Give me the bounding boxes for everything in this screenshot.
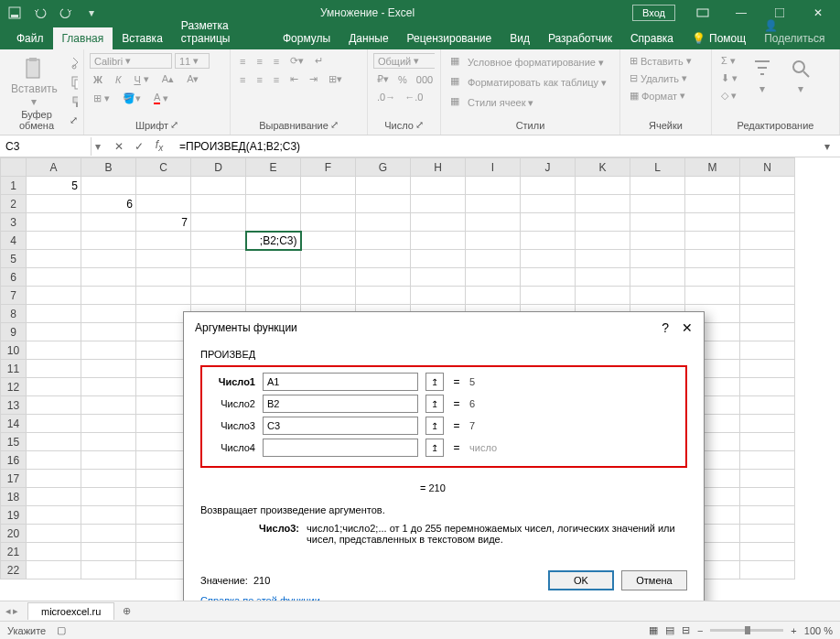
- autosum-icon[interactable]: Σ ▾: [717, 53, 741, 69]
- cell-M4[interactable]: [685, 232, 740, 250]
- row-header-22[interactable]: 22: [1, 561, 27, 579]
- cell-B9[interactable]: [81, 323, 136, 341]
- tab-data[interactable]: Данные: [339, 27, 397, 49]
- cell-M2[interactable]: [685, 195, 740, 213]
- cell-N15[interactable]: [740, 433, 795, 451]
- cell-H7[interactable]: [411, 287, 466, 305]
- cell-B15[interactable]: [81, 433, 136, 451]
- row-header-14[interactable]: 14: [1, 415, 27, 433]
- cell-B19[interactable]: [81, 506, 136, 525]
- cell-G6[interactable]: [356, 268, 411, 287]
- cell-A10[interactable]: [27, 341, 81, 360]
- cell-N21[interactable]: [740, 543, 795, 561]
- row-header-9[interactable]: 9: [1, 323, 27, 341]
- cell-N12[interactable]: [740, 378, 795, 396]
- increase-font-icon[interactable]: A▴: [158, 71, 178, 87]
- cell-A2[interactable]: [27, 195, 81, 213]
- conditional-formatting-button[interactable]: ▦Условное форматирование ▾: [447, 53, 614, 71]
- cell-J3[interactable]: [521, 213, 576, 232]
- cell-D6[interactable]: [191, 268, 246, 287]
- cancel-formula-icon[interactable]: ✕: [110, 137, 128, 156]
- font-name-combo[interactable]: Calibri ▾: [90, 53, 172, 69]
- cell-G1[interactable]: [356, 177, 411, 195]
- col-header-N[interactable]: N: [740, 158, 795, 177]
- sheet-nav-prev-icon[interactable]: ◂: [5, 605, 11, 617]
- increase-decimal-icon[interactable]: .0→: [373, 90, 399, 104]
- cell-E2[interactable]: [246, 195, 301, 213]
- zoom-slider[interactable]: [710, 629, 783, 632]
- arg-input-3[interactable]: [263, 417, 418, 435]
- cell-A14[interactable]: [27, 415, 81, 433]
- cell-I2[interactable]: [466, 195, 521, 213]
- col-header-M[interactable]: M: [685, 158, 740, 177]
- cell-G4[interactable]: [356, 232, 411, 250]
- cell-styles-button[interactable]: ▦Стили ячеек ▾: [447, 93, 614, 112]
- dialog-launcher-icon[interactable]: ⤢: [170, 119, 178, 131]
- cell-N1[interactable]: [740, 177, 795, 195]
- dialog-launcher-icon[interactable]: ⤢: [70, 114, 78, 126]
- cell-N22[interactable]: [740, 561, 795, 579]
- cell-H3[interactable]: [411, 213, 466, 232]
- cell-H2[interactable]: [411, 195, 466, 213]
- cell-N3[interactable]: [740, 213, 795, 232]
- cell-A12[interactable]: [27, 378, 81, 396]
- col-header-B[interactable]: B: [81, 158, 136, 177]
- cell-C7[interactable]: [136, 287, 191, 305]
- redo-icon[interactable]: [55, 3, 77, 23]
- tab-formulas[interactable]: Формулы: [274, 27, 339, 49]
- collapse-dialog-icon[interactable]: ↥: [425, 395, 444, 413]
- align-top-icon[interactable]: ≡: [236, 53, 249, 69]
- cell-B10[interactable]: [81, 341, 136, 360]
- expand-formula-bar-icon[interactable]: ▾: [818, 137, 836, 156]
- cell-N19[interactable]: [740, 506, 795, 525]
- cut-icon[interactable]: [67, 53, 78, 71]
- cell-A4[interactable]: [27, 232, 81, 250]
- row-header-3[interactable]: 3: [1, 213, 27, 232]
- row-header-8[interactable]: 8: [1, 305, 27, 323]
- row-header-10[interactable]: 10: [1, 341, 27, 360]
- cell-H1[interactable]: [411, 177, 466, 195]
- decrease-font-icon[interactable]: A▾: [183, 71, 202, 87]
- zoom-in-icon[interactable]: +: [791, 625, 796, 636]
- cell-B8[interactable]: [81, 305, 136, 323]
- cell-M6[interactable]: [685, 268, 740, 287]
- cell-B6[interactable]: [81, 268, 136, 287]
- formula-input[interactable]: [174, 140, 818, 153]
- dialog-launcher-icon[interactable]: ⤢: [330, 119, 339, 131]
- select-all-corner[interactable]: [1, 158, 27, 177]
- percent-format-icon[interactable]: %: [394, 71, 411, 87]
- cell-B1[interactable]: [81, 177, 136, 195]
- cell-L1[interactable]: [630, 177, 685, 195]
- col-header-G[interactable]: G: [356, 158, 411, 177]
- undo-icon[interactable]: [29, 3, 51, 23]
- cell-L2[interactable]: [630, 195, 685, 213]
- cell-H6[interactable]: [411, 268, 466, 287]
- cell-A3[interactable]: [27, 213, 81, 232]
- new-sheet-icon[interactable]: ⊕: [118, 603, 135, 620]
- cell-K5[interactable]: [576, 250, 630, 268]
- cell-G7[interactable]: [356, 287, 411, 305]
- delete-cells-button[interactable]: ⊟Удалить ▾: [626, 70, 705, 86]
- tab-insert[interactable]: Вставка: [113, 27, 172, 49]
- cell-A21[interactable]: [27, 543, 81, 561]
- row-header-17[interactable]: 17: [1, 470, 27, 488]
- tab-view[interactable]: Вид: [501, 27, 539, 49]
- italic-button[interactable]: К: [112, 71, 124, 87]
- align-right-icon[interactable]: ≡: [270, 71, 283, 87]
- cell-E3[interactable]: [246, 213, 301, 232]
- cell-D3[interactable]: [191, 213, 246, 232]
- cell-B22[interactable]: [81, 561, 136, 579]
- cell-L7[interactable]: [630, 287, 685, 305]
- cell-I6[interactable]: [466, 268, 521, 287]
- page-layout-view-icon[interactable]: ▤: [665, 624, 674, 636]
- cell-L4[interactable]: [630, 232, 685, 250]
- row-header-21[interactable]: 21: [1, 543, 27, 561]
- cell-N14[interactable]: [740, 415, 795, 433]
- sort-filter-button[interactable]: ▾: [745, 53, 780, 118]
- cell-B18[interactable]: [81, 488, 136, 506]
- arg-input-4[interactable]: [263, 439, 418, 457]
- cell-D4[interactable]: [191, 232, 246, 250]
- cell-D7[interactable]: [191, 287, 246, 305]
- cell-M7[interactable]: [685, 287, 740, 305]
- cell-A8[interactable]: [27, 305, 81, 323]
